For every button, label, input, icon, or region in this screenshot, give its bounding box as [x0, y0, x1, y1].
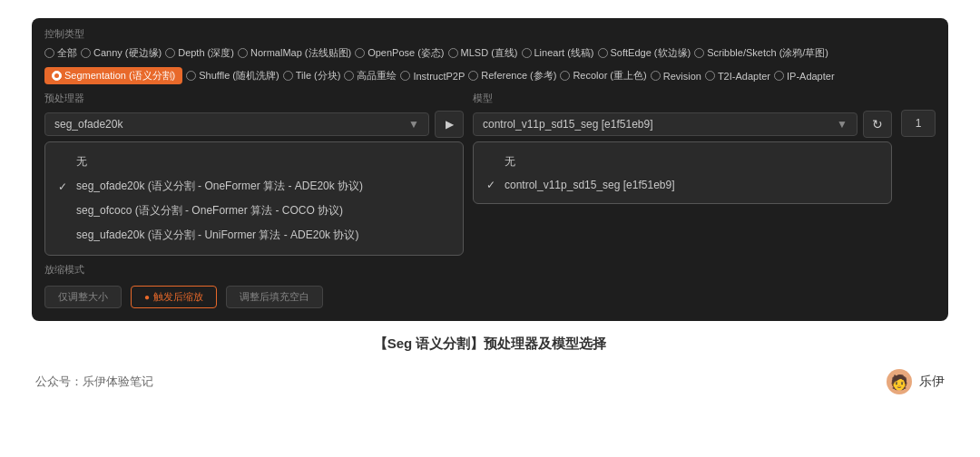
- radio-lineart[interactable]: Lineart (线稿): [522, 46, 594, 60]
- preprocessor-option-ofcoco: seg_ofcoco (语义分割 - OneFormer 算法 - COCO 协…: [76, 203, 343, 219]
- radio-mlsd-label: MLSD (直线): [461, 46, 518, 60]
- radio-dot-lineart: [522, 48, 532, 58]
- radio-reference[interactable]: Reference (参考): [468, 69, 556, 83]
- check-model-seg: ✓: [486, 179, 499, 191]
- model-dropdown[interactable]: control_v11p_sd15_seg [e1f51eb9] ▼: [473, 112, 858, 136]
- radio-segmentation[interactable]: Segmentation (语义分割): [44, 67, 182, 84]
- playback-buttons-row: 仅调整大小 ● 触发后缩放 调整后填充空白: [44, 286, 936, 308]
- radio-tile-label: Tile (分块): [296, 69, 341, 83]
- model-menu-item-seg[interactable]: ✓ control_v11p_sd15_seg [e1f51eb9]: [474, 174, 891, 196]
- model-section: 模型 control_v11p_sd15_seg [e1f51eb9] ▼ ↻ …: [473, 92, 892, 204]
- btn-trigger-after[interactable]: ● 触发后缩放: [131, 286, 217, 308]
- preprocessor-option-ofade20k: seg_ofade20k (语义分割 - OneFormer 算法 - ADE2…: [76, 179, 363, 194]
- preprocessor-label: 预处理器: [44, 92, 464, 105]
- refresh-icon: ↻: [872, 117, 883, 131]
- radio-lineart-label: Lineart (线稿): [534, 46, 594, 60]
- model-dropdown-row: control_v11p_sd15_seg [e1f51eb9] ▼ ↻: [473, 111, 892, 138]
- radio-softedge[interactable]: SoftEdge (软边缘): [598, 46, 691, 60]
- radio-dot-normalmap: [238, 48, 248, 58]
- radio-scribble[interactable]: Scribble/Sketch (涂鸦/草图): [694, 46, 828, 60]
- preprocessor-value: seg_ofade20k: [54, 118, 122, 131]
- radio-depth-label: Depth (深度): [178, 46, 234, 60]
- radio-ipadapter[interactable]: IP-Adapter: [774, 71, 835, 82]
- preprocessor-chevron-icon: ▼: [408, 118, 419, 131]
- radio-dot-recolor: [560, 71, 570, 81]
- radio-dot-openpose: [355, 48, 365, 58]
- radio-dot-depth: [165, 48, 175, 58]
- model-label: 模型: [473, 92, 892, 105]
- control-type-row-2: Segmentation (语义分割) Shuffle (随机洗牌) Tile …: [44, 67, 936, 84]
- radio-ipadapter-label: IP-Adapter: [787, 71, 835, 82]
- radio-dot-segmentation: [52, 71, 62, 81]
- radio-recolor-label: Recolor (重上色): [573, 69, 646, 83]
- avatar: 🧑: [887, 369, 912, 394]
- radio-t2iadapter-label: T2I-Adapter: [718, 71, 770, 82]
- radio-tile[interactable]: Tile (分块): [283, 69, 341, 83]
- radio-dot-tile: [283, 71, 293, 81]
- avatar-emoji: 🧑: [890, 374, 908, 391]
- trigger-dot-icon: ●: [144, 292, 150, 302]
- btn-resize-crop[interactable]: 仅调整大小: [44, 286, 122, 308]
- footer-right: 🧑 乐伊: [887, 369, 945, 394]
- refresh-model-button[interactable]: ↻: [863, 111, 892, 138]
- radio-openpose[interactable]: OpenPose (姿态): [355, 46, 444, 60]
- radio-softedge-label: SoftEdge (软边缘): [611, 46, 691, 60]
- radio-dot-shuffle: [186, 71, 196, 81]
- control-type-label: 控制类型: [44, 27, 936, 41]
- play-icon: ▶: [446, 118, 454, 131]
- radio-canny-label: Canny (硬边缘): [93, 46, 162, 60]
- radio-shuffle[interactable]: Shuffle (随机洗牌): [186, 69, 279, 83]
- radio-canny[interactable]: Canny (硬边缘): [81, 46, 162, 60]
- radio-dot-canny: [81, 48, 91, 58]
- check-ofade20k: ✓: [58, 180, 71, 193]
- radio-revision[interactable]: Revision: [651, 71, 701, 82]
- radio-all[interactable]: 全部: [44, 46, 77, 60]
- radio-ip2p[interactable]: 高品重绘: [344, 69, 397, 83]
- radio-dot-ipadapter: [774, 71, 784, 81]
- radio-dot-revision: [651, 71, 661, 81]
- radio-ip2p-label: 高品重绘: [357, 69, 397, 83]
- radio-dot-instructp2p: [400, 71, 410, 81]
- main-container: 控制类型 全部 Canny (硬边缘) Depth (深度) NormalMap…: [0, 0, 980, 457]
- preprocessor-menu-item-none[interactable]: 无: [45, 150, 463, 174]
- radio-revision-label: Revision: [663, 71, 701, 82]
- playback-label: 放缩模式: [44, 263, 936, 277]
- preprocessor-dropdown[interactable]: seg_ofade20k ▼: [44, 112, 429, 136]
- preprocessor-menu-item-ofcoco[interactable]: seg_ofcoco (语义分割 - OneFormer 算法 - COCO 协…: [45, 199, 463, 223]
- radio-recolor[interactable]: Recolor (重上色): [560, 69, 646, 83]
- num-value: 1: [916, 117, 922, 130]
- radio-depth[interactable]: Depth (深度): [165, 46, 234, 60]
- radio-t2iadapter[interactable]: T2I-Adapter: [705, 71, 770, 82]
- radio-all-label: 全部: [57, 46, 77, 60]
- preprocessor-dropdown-row: seg_ofade20k ▼ ▶: [44, 111, 464, 138]
- radio-shuffle-label: Shuffle (随机洗牌): [199, 69, 279, 83]
- model-option-seg: control_v11p_sd15_seg [e1f51eb9]: [505, 179, 674, 191]
- radio-scribble-label: Scribble/Sketch (涂鸦/草图): [707, 46, 828, 60]
- radio-normalmap[interactable]: NormalMap (法线贴图): [238, 46, 351, 60]
- footer-username: 乐伊: [919, 374, 945, 390]
- radio-mlsd[interactable]: MLSD (直线): [448, 46, 518, 60]
- caption: 【Seg 语义分割】预处理器及模型选择: [374, 335, 607, 353]
- radio-dot-all: [44, 48, 54, 58]
- radio-instructp2p[interactable]: InstructP2P: [400, 71, 465, 82]
- radio-openpose-label: OpenPose (姿态): [368, 46, 444, 60]
- preprocessor-menu-item-ufade20k[interactable]: seg_ufade20k (语义分割 - UniFormer 算法 - ADE2…: [45, 223, 463, 248]
- preprocessor-menu: 无 ✓ seg_ofade20k (语义分割 - OneFormer 算法 - …: [44, 141, 464, 256]
- preprocessor-option-ufade20k: seg_ufade20k (语义分割 - UniFormer 算法 - ADE2…: [76, 228, 358, 243]
- btn-resize-fill[interactable]: 调整后填充空白: [226, 286, 323, 308]
- model-option-none: 无: [505, 154, 515, 170]
- control-type-row: 全部 Canny (硬边缘) Depth (深度) NormalMap (法线贴…: [44, 46, 936, 60]
- radio-dot-t2iadapter: [705, 71, 715, 81]
- model-value: control_v11p_sd15_seg [e1f51eb9]: [483, 118, 652, 131]
- radio-instructp2p-label: InstructP2P: [413, 71, 465, 82]
- preprocessor-option-none: 无: [76, 154, 87, 170]
- radio-normalmap-label: NormalMap (法线贴图): [250, 46, 351, 60]
- radio-dot-ip2p: [344, 71, 354, 81]
- control-panel: 控制类型 全部 Canny (硬边缘) Depth (深度) NormalMap…: [32, 18, 948, 321]
- radio-reference-label: Reference (参考): [481, 69, 556, 83]
- btn-trigger-label: 触发后缩放: [153, 290, 203, 304]
- preprocessor-menu-item-ofade20k[interactable]: ✓ seg_ofade20k (语义分割 - OneFormer 算法 - AD…: [45, 174, 463, 199]
- footer-left-text: 公众号：乐伊体验笔记: [35, 374, 153, 390]
- model-menu-item-none[interactable]: 无: [474, 150, 891, 174]
- run-preprocessor-button[interactable]: ▶: [435, 111, 464, 138]
